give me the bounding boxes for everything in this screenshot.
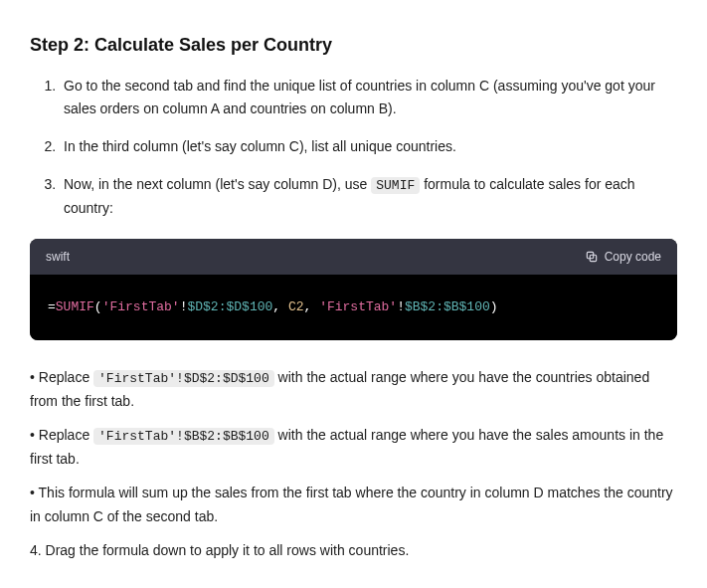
step-item: In the third column (let's say column C)… bbox=[60, 135, 677, 159]
code-token: ( bbox=[94, 299, 102, 314]
code-token: = bbox=[48, 299, 56, 314]
code-token: 'FirstTab' bbox=[102, 299, 180, 314]
code-block: swift Copy code =SUMIF('FirstTab'!$D$2:$… bbox=[30, 239, 677, 340]
inline-code-sumif: SUMIF bbox=[371, 177, 420, 194]
inline-code-range-d: 'FirstTab'!$D$2:$D$100 bbox=[93, 370, 274, 387]
code-block-body: =SUMIF('FirstTab'!$D$2:$D$100, C2, 'Firs… bbox=[30, 275, 677, 340]
code-token: 'FirstTab' bbox=[319, 299, 397, 314]
code-token: $B$2:$B$100 bbox=[405, 299, 490, 314]
step-heading: Step 2: Calculate Sales per Country bbox=[30, 30, 677, 61]
inline-code-range-b: 'FirstTab'!$B$2:$B$100 bbox=[93, 428, 274, 445]
code-block-header: swift Copy code bbox=[30, 239, 677, 275]
code-token: ! bbox=[397, 299, 405, 314]
note-item: 4. Drag the formula down to apply it to … bbox=[30, 539, 677, 563]
step-item: Go to the second tab and find the unique… bbox=[60, 75, 677, 122]
closing-paragraph: You should now have a list of countries … bbox=[30, 585, 677, 588]
copy-icon bbox=[585, 250, 599, 264]
steps-list: Go to the second tab and find the unique… bbox=[30, 75, 677, 221]
notes-section: Replace 'FirstTab'!$D$2:$D$100 with the … bbox=[30, 366, 677, 562]
code-token: ) bbox=[490, 299, 498, 314]
code-token: $D$2:$D$100 bbox=[187, 299, 272, 314]
note-text: Replace bbox=[39, 369, 93, 385]
code-token: SUMIF bbox=[56, 299, 94, 314]
code-token: , bbox=[272, 299, 288, 314]
copy-code-label: Copy code bbox=[605, 247, 661, 267]
step-item: Now, in the next column (let's say colum… bbox=[60, 173, 677, 221]
note-item: This formula will sum up the sales from … bbox=[30, 482, 677, 529]
code-token: , bbox=[304, 299, 320, 314]
code-token: C2 bbox=[288, 299, 304, 314]
note-item: Replace 'FirstTab'!$D$2:$D$100 with the … bbox=[30, 366, 677, 414]
note-item: Replace 'FirstTab'!$B$2:$B$100 with the … bbox=[30, 424, 677, 472]
copy-code-button[interactable]: Copy code bbox=[585, 247, 661, 267]
code-language-label: swift bbox=[46, 247, 70, 267]
note-text: Replace bbox=[39, 427, 93, 443]
step-text: Now, in the next column (let's say colum… bbox=[64, 176, 371, 192]
